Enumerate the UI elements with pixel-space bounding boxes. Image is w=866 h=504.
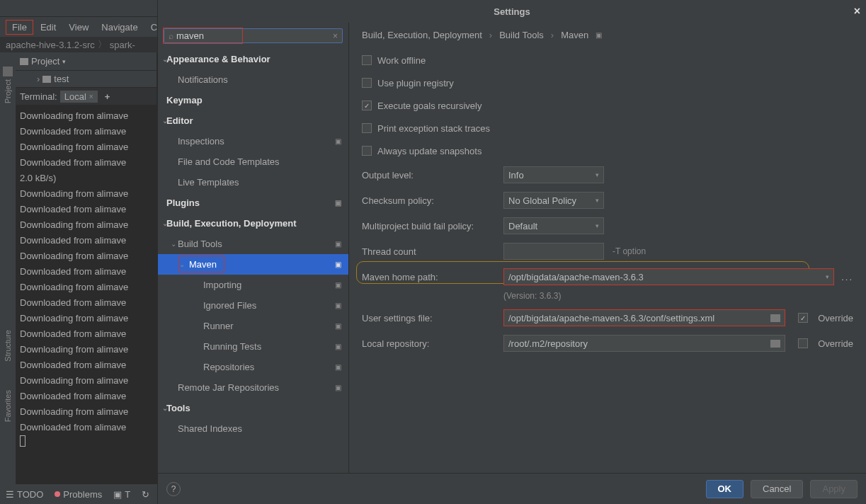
status-terminal[interactable]: ▣ T — [113, 489, 130, 500]
maven-home-select[interactable]: /opt/bigdata/apache-maven-3.6.3▾ — [503, 268, 834, 285]
nav-notifications[interactable]: Notifications — [158, 69, 348, 90]
ok-button[interactable]: OK — [706, 480, 744, 498]
gear-icon: ▣ — [335, 302, 341, 309]
sync-icon[interactable]: ↻ — [142, 489, 149, 500]
menu-view[interactable]: View — [63, 21, 94, 34]
status-todo[interactable]: ☰ TODO — [6, 489, 43, 500]
terminal-cursor — [20, 435, 25, 447]
settings-nav: ⌕ × ⌄Appearance & Behavior Notifications… — [158, 23, 349, 473]
nav-bed[interactable]: ⌄Build, Execution, Deployment — [158, 213, 348, 234]
nav-remote-repos[interactable]: Remote Jar Repositories▣ — [158, 377, 348, 398]
tree-folder-test[interactable]: test — [37, 74, 156, 84]
nav-inspections[interactable]: Inspections▣ — [158, 131, 348, 151]
nav-shared-indexes[interactable]: Shared Indexes — [158, 418, 348, 439]
close-tab-icon[interactable]: × — [89, 93, 93, 101]
clear-search-icon[interactable]: × — [333, 31, 338, 41]
project-tool-label[interactable]: Project — [4, 79, 12, 103]
nav-build-tools[interactable]: ⌄Build Tools▣ — [158, 234, 348, 254]
dialog-title: Settings — [494, 6, 530, 17]
nav-ignored[interactable]: Ignored Files▣ — [158, 295, 348, 316]
settings-breadcrumb: Build, Execution, Deployment› Build Tool… — [362, 30, 853, 40]
override-user-checkbox[interactable]: ✓ — [798, 313, 808, 323]
gear-icon: ▣ — [596, 31, 602, 39]
dialog-titlebar: Settings × — [158, 0, 866, 23]
nav-appearance[interactable]: ⌄Appearance & Behavior — [158, 49, 348, 69]
chevron-down-icon: ▾ — [62, 58, 66, 65]
left-gutter: Project Structure Favorites — [0, 52, 16, 484]
nav-editor[interactable]: ⌄Editor — [158, 110, 348, 131]
browse-button[interactable]: ... — [841, 272, 853, 282]
menu-file[interactable]: File — [6, 20, 33, 35]
close-dialog-button[interactable]: × — [854, 5, 860, 18]
structure-tool-label[interactable]: Structure — [4, 330, 12, 362]
nav-tools[interactable]: ⌄Tools — [158, 398, 348, 418]
nav-live-templates[interactable]: Live Templates — [158, 172, 348, 193]
nav-running-tests[interactable]: Running Tests▣ — [158, 336, 348, 357]
plugin-registry-checkbox[interactable] — [362, 78, 372, 88]
project-panel-header[interactable]: Project ▾ — [16, 52, 156, 71]
favorites-tool-label[interactable]: Favorites — [4, 390, 12, 422]
gear-icon: ▣ — [335, 137, 341, 145]
status-problems[interactable]: Problems — [55, 489, 102, 500]
error-icon — [55, 491, 60, 497]
user-settings-input[interactable]: /opt/bigdata/apache-maven-3.6.3/conf/set… — [503, 309, 785, 326]
gear-icon: ▣ — [335, 343, 341, 350]
exec-goals-checkbox[interactable]: ✓ — [362, 101, 372, 110]
menu-navigate[interactable]: Navigate — [96, 21, 143, 34]
folder-icon[interactable] — [770, 314, 780, 322]
project-icon — [20, 58, 28, 65]
override-local-checkbox[interactable] — [798, 338, 808, 348]
cancel-button[interactable]: Cancel — [751, 480, 803, 498]
folder-icon — [42, 76, 51, 83]
nav-runner[interactable]: Runner▣ — [158, 316, 348, 336]
gear-icon: ▣ — [335, 363, 341, 371]
dialog-help-button[interactable]: ? — [166, 482, 181, 496]
add-terminal-button[interactable]: + — [105, 91, 110, 102]
gear-icon: ▣ — [335, 281, 341, 289]
nav-keymap[interactable]: Keymap — [158, 90, 348, 110]
project-panel-title: Project — [31, 56, 59, 67]
gear-icon: ▣ — [335, 322, 341, 330]
nav-plugins[interactable]: Plugins▣ — [158, 193, 348, 213]
nav-importing[interactable]: Importing▣ — [158, 275, 348, 295]
terminal-output[interactable]: Downloading from alimave Downloaded from… — [16, 105, 156, 484]
always-snapshots-checkbox[interactable] — [362, 146, 372, 156]
thread-count-input[interactable] — [503, 243, 604, 260]
local-repo-input[interactable]: /root/.m2/repository — [503, 335, 785, 352]
gear-icon: ▣ — [335, 240, 341, 248]
nav-repos[interactable]: Repositories▣ — [158, 357, 348, 377]
output-level-select[interactable]: Info▾ — [503, 166, 604, 183]
search-input[interactable] — [176, 30, 333, 41]
work-offline-checkbox[interactable] — [362, 55, 372, 65]
terminal-label: Terminal: — [20, 91, 57, 102]
print-exc-checkbox[interactable] — [362, 123, 372, 133]
maven-version-label: (Version: 3.6.3) — [503, 291, 853, 301]
search-icon: ⌕ — [169, 31, 173, 41]
menu-edit[interactable]: Edit — [35, 21, 62, 34]
project-tree: test — [16, 71, 156, 87]
terminal-tabs: Terminal: Local× + — [16, 87, 156, 105]
settings-search: ⌕ × — [164, 28, 343, 43]
fail-policy-select[interactable]: Default▾ — [503, 217, 604, 234]
checksum-select[interactable]: No Global Policy▾ — [503, 192, 604, 209]
breadcrumb-sub[interactable]: spark- — [110, 40, 135, 50]
work-offline-label: Work offline — [377, 55, 426, 66]
project-tool-icon[interactable] — [3, 67, 13, 76]
nav-file-templates[interactable]: File and Code Templates — [158, 151, 348, 172]
nav-maven[interactable]: ⌄Maven▣ — [158, 254, 348, 275]
breadcrumb-root[interactable]: apache-hive-3.1.2-src — [6, 40, 95, 50]
settings-content: Build, Execution, Deployment› Build Tool… — [349, 23, 866, 473]
settings-dialog: Settings × ⌕ × ⌄Appearance & Behavior No… — [157, 0, 866, 504]
dialog-footer: ? OK Cancel Apply — [158, 473, 866, 504]
terminal-tab-local[interactable]: Local× — [60, 91, 98, 103]
gear-icon: ▣ — [335, 199, 341, 207]
gear-icon: ▣ — [335, 384, 341, 391]
folder-icon[interactable] — [770, 340, 780, 348]
apply-button[interactable]: Apply — [810, 480, 858, 498]
gear-icon: ▣ — [335, 260, 341, 268]
